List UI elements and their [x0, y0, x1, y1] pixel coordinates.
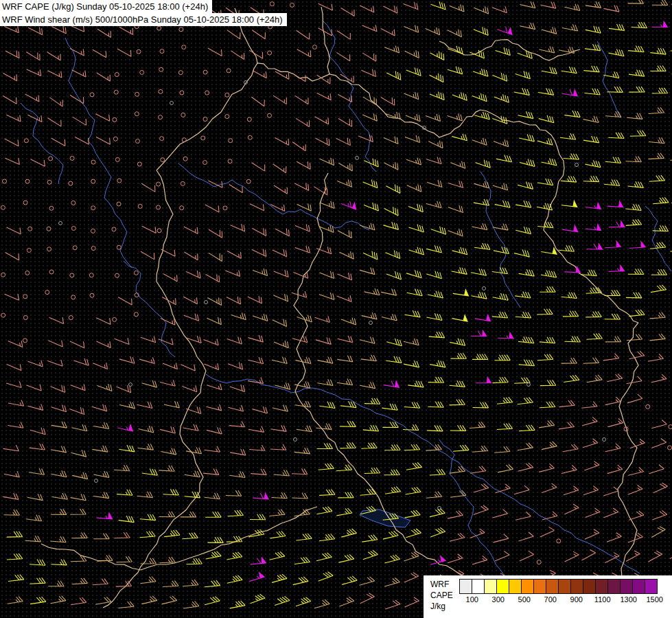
calm-station-circle	[70, 273, 74, 277]
wind-barb	[494, 94, 509, 102]
wind-barb	[584, 461, 599, 470]
wind-barb	[493, 224, 509, 231]
wind-barb	[141, 596, 157, 604]
wind-barb	[409, 247, 424, 255]
wind-barb	[164, 401, 180, 408]
wind-barb	[607, 87, 623, 92]
wind-barb	[518, 182, 533, 190]
wind-barb	[452, 247, 467, 255]
wind-barb	[537, 309, 553, 314]
rivers-layer	[21, 21, 671, 610]
wind-barb	[273, 294, 288, 301]
wind-barb	[561, 67, 577, 73]
wind-barb	[603, 71, 619, 78]
wind-barb	[649, 175, 665, 181]
wind-barb	[315, 316, 330, 322]
calm-station-circle	[225, 115, 229, 119]
wind-barb	[250, 204, 264, 211]
wind-barb	[472, 292, 487, 299]
wind-barb	[251, 469, 266, 475]
wind-barb	[364, 468, 380, 474]
wind-barb	[629, 87, 645, 92]
wind-barb	[70, 509, 86, 514]
wind-barb	[183, 297, 197, 304]
wind-barb	[448, 229, 463, 236]
wind-barb	[25, 536, 41, 542]
wind-barb	[205, 597, 220, 605]
wind-barb	[652, 21, 668, 27]
calm-station-circle	[25, 179, 30, 183]
wind-barb	[584, 89, 600, 95]
wind-barb	[426, 201, 441, 208]
wind-barb	[292, 493, 308, 499]
wind-barb	[207, 427, 222, 434]
wind-barb	[471, 330, 487, 336]
wind-barb	[342, 576, 357, 585]
wind-barb	[51, 470, 67, 477]
calm-station-circle	[228, 159, 232, 163]
wind-barb	[384, 46, 399, 54]
wind-barb	[28, 27, 43, 35]
wind-barb	[205, 446, 220, 453]
wind-barb	[537, 354, 553, 360]
wind-barb	[473, 69, 488, 76]
wind-barb	[386, 251, 400, 259]
wind-barb	[476, 377, 491, 383]
calm-station-circle	[113, 317, 117, 321]
calm-station-circle	[23, 316, 27, 320]
wind-barb	[51, 405, 67, 412]
legend-swatch	[583, 579, 596, 594]
wind-barb	[514, 485, 529, 494]
wind-barb	[406, 270, 421, 277]
wind-barb	[273, 405, 288, 412]
wind-barb	[450, 339, 465, 345]
wind-barb	[650, 312, 666, 319]
calm-station-circle	[159, 115, 163, 119]
wind-barb	[160, 380, 175, 386]
wind-barb	[585, 529, 599, 539]
calm-station-circle	[313, 45, 317, 49]
calm-station-circle	[138, 204, 142, 208]
wind-barb	[406, 487, 421, 494]
wind-barb	[70, 95, 84, 104]
calm-station-circle	[182, 45, 186, 49]
legend-swatch	[496, 579, 509, 594]
wind-barb	[137, 402, 152, 409]
calm-station-circle	[180, 206, 184, 210]
wind-barb	[248, 335, 263, 342]
wind-barb	[607, 533, 622, 542]
wind-barb	[651, 439, 667, 448]
wind-barb	[317, 379, 333, 385]
wind-barb	[253, 407, 268, 413]
wind-barb	[318, 464, 334, 470]
wind-barb	[273, 164, 286, 173]
wind-barb	[97, 513, 113, 519]
wind-barb	[338, 163, 352, 171]
wind-barb	[383, 222, 398, 229]
wind-barb	[341, 529, 356, 537]
wind-barb	[337, 379, 353, 385]
wind-barb	[364, 398, 380, 404]
calm-station-circle	[268, 51, 272, 55]
wind-barb	[452, 134, 467, 141]
calm-station-circle	[668, 446, 672, 450]
wind-barb	[427, 425, 443, 431]
wind-barb	[520, 23, 535, 30]
wind-barb	[341, 201, 356, 209]
wind-barb	[69, 407, 84, 415]
wind-barb	[114, 532, 130, 538]
wind-barb	[649, 107, 664, 113]
wind-barb	[318, 3, 333, 10]
wind-barb	[163, 581, 178, 587]
wind-barb	[360, 593, 375, 604]
calm-station-circle	[229, 139, 233, 143]
city-marker	[369, 321, 373, 325]
wind-barb	[5, 253, 19, 260]
calm-station-circle	[157, 229, 161, 233]
wind-barb	[4, 26, 19, 32]
city-marker	[59, 222, 62, 225]
wind-barb	[609, 49, 625, 56]
wind-barb	[119, 27, 133, 34]
wind-barb	[538, 89, 554, 95]
wind-barb	[404, 360, 419, 367]
